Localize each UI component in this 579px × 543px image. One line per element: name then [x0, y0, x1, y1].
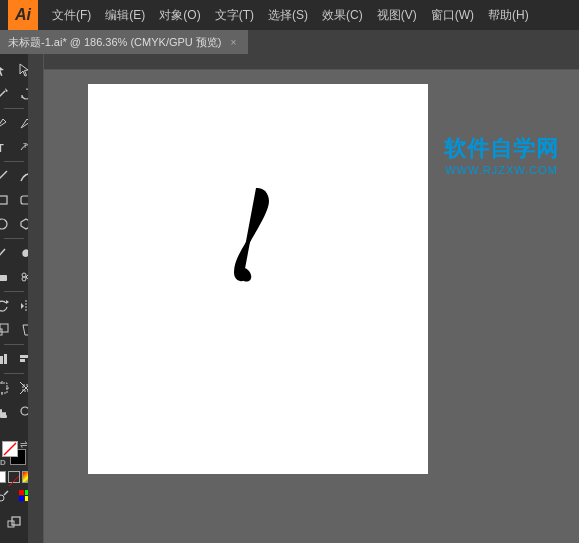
svg-point-19 [22, 277, 26, 281]
pen-tool[interactable] [0, 111, 14, 135]
svg-point-42 [0, 495, 4, 501]
watermark-url: WWW.RJZXW.COM [444, 164, 559, 176]
graph-tool[interactable] [0, 347, 14, 371]
watermark: 软件自学网 WWW.RJZXW.COM [444, 134, 559, 176]
fill-swatch[interactable] [0, 471, 6, 483]
svg-line-2 [0, 91, 5, 99]
svg-rect-15 [0, 275, 7, 281]
menu-effect[interactable]: 效果(C) [316, 5, 369, 26]
svg-rect-29 [4, 354, 7, 364]
brush-stroke-shape [218, 184, 278, 284]
default-colors-icon[interactable]: D [0, 458, 6, 467]
magic-wand-tool[interactable] [0, 82, 14, 106]
svg-rect-44 [19, 490, 24, 495]
main-layout: T T [0, 54, 579, 543]
svg-rect-32 [0, 383, 7, 393]
selection-tool[interactable] [0, 58, 14, 82]
menu-window[interactable]: 窗口(W) [425, 5, 480, 26]
rectangle-tool[interactable] [0, 188, 14, 212]
svg-line-40 [4, 443, 16, 455]
toolbar-separator-5 [4, 344, 24, 345]
tab-label: 未标题-1.ai* @ 186.36% (CMYK/GPU 预览) [8, 35, 222, 50]
svg-line-41 [9, 476, 19, 486]
svg-point-12 [0, 219, 7, 229]
svg-rect-25 [0, 324, 8, 332]
artboard-tool[interactable] [0, 376, 14, 400]
fill-color[interactable] [2, 441, 18, 457]
svg-marker-20 [6, 300, 9, 304]
menu-object[interactable]: 对象(O) [153, 5, 206, 26]
svg-text:T: T [0, 142, 4, 154]
menu-bar: 文件(F) 编辑(E) 对象(O) 文字(T) 选择(S) 效果(C) 视图(V… [46, 5, 571, 26]
tab-bar: 未标题-1.ai* @ 186.36% (CMYK/GPU 预览) × [0, 30, 579, 54]
type-tool[interactable]: T [0, 135, 14, 159]
toolbar-separator-4 [4, 291, 24, 292]
line-tool[interactable] [0, 164, 14, 188]
toolbar-separator-3 [4, 238, 24, 239]
left-ruler [28, 54, 44, 543]
menu-type[interactable]: 文字(T) [209, 5, 260, 26]
menu-file[interactable]: 文件(F) [46, 5, 97, 26]
svg-line-43 [4, 491, 8, 495]
menu-help[interactable]: 帮助(H) [482, 5, 535, 26]
svg-rect-28 [0, 356, 3, 364]
svg-point-18 [22, 273, 26, 277]
svg-rect-48 [8, 521, 14, 527]
menu-view[interactable]: 视图(V) [371, 5, 423, 26]
toolbar-separator-1 [4, 108, 24, 109]
svg-marker-22 [21, 303, 24, 309]
svg-marker-3 [5, 88, 8, 92]
canvas-area[interactable]: 软件自学网 WWW.RJZXW.COM [28, 54, 579, 543]
canvas-paper[interactable] [88, 84, 428, 474]
hand-tool[interactable] [0, 400, 14, 424]
swap-colors-icon[interactable]: ⇌ [20, 439, 28, 449]
toolbar-separator-6 [4, 373, 24, 374]
svg-rect-10 [0, 196, 7, 204]
active-tab[interactable]: 未标题-1.ai* @ 186.36% (CMYK/GPU 预览) × [0, 30, 248, 54]
eyedropper-tool-color[interactable] [0, 487, 12, 505]
paintbrush-tool[interactable] [0, 241, 14, 265]
svg-line-4 [3, 119, 6, 122]
menu-edit[interactable]: 编辑(E) [99, 5, 151, 26]
svg-marker-1 [20, 64, 28, 76]
arrange-tool[interactable] [2, 511, 26, 535]
app-logo: Ai [8, 0, 38, 30]
svg-line-9 [0, 171, 7, 181]
svg-rect-31 [20, 355, 28, 358]
watermark-text: 软件自学网 [444, 134, 559, 164]
left-toolbar: T T [0, 54, 28, 543]
ellipse-tool[interactable] [0, 212, 14, 236]
toolbar-separator-2 [4, 161, 24, 162]
title-bar: Ai 文件(F) 编辑(E) 对象(O) 文字(T) 选择(S) 效果(C) 视… [0, 0, 579, 30]
rotate-tool[interactable] [0, 294, 14, 318]
svg-rect-30 [20, 359, 25, 362]
tab-close-button[interactable]: × [228, 36, 240, 48]
svg-marker-0 [0, 64, 4, 76]
none-swatch[interactable] [8, 471, 20, 483]
top-ruler [28, 54, 579, 70]
svg-rect-46 [19, 496, 24, 501]
scale-tool[interactable] [0, 318, 14, 342]
menu-select[interactable]: 选择(S) [262, 5, 314, 26]
eraser-tool[interactable] [0, 265, 14, 289]
